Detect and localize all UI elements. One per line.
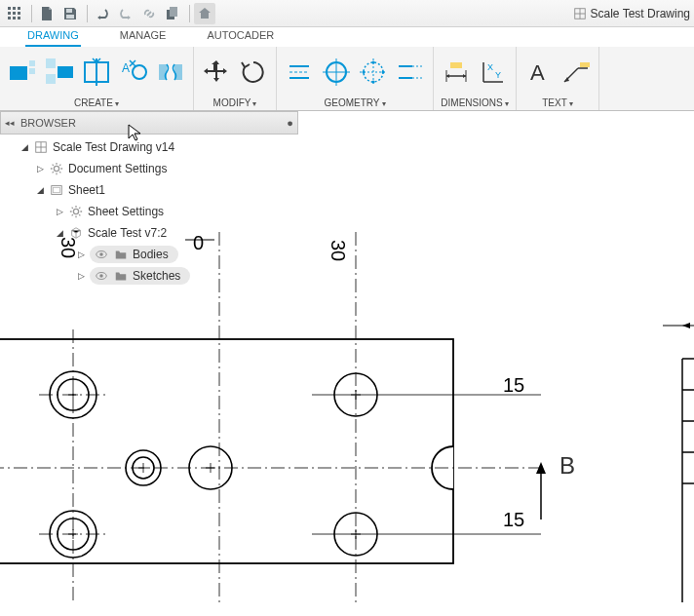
rotate-button[interactable]	[237, 56, 270, 89]
save-icon[interactable]	[59, 3, 81, 24]
svg-rect-7	[13, 17, 16, 19]
copy-icon[interactable]	[162, 3, 183, 24]
window-title: Scale Test Drawing	[573, 7, 691, 20]
chevron-right-icon[interactable]: ▷	[35, 164, 45, 173]
edge-extension-button[interactable]	[394, 56, 427, 89]
eye-icon[interactable]	[94, 268, 109, 284]
svg-rect-9	[66, 9, 72, 13]
tree-sheet[interactable]: ◢ Sheet1	[0, 179, 298, 201]
link-icon[interactable]	[138, 3, 160, 24]
leader-button[interactable]	[559, 56, 593, 89]
tree-doc-settings[interactable]: ▷ Document Settings	[0, 158, 298, 179]
svg-point-106	[99, 274, 103, 278]
move-button[interactable]	[200, 56, 233, 89]
panel-dimensions-label[interactable]: DIMENSIONS	[440, 96, 510, 110]
svg-point-66	[50, 511, 96, 558]
tab-drawing[interactable]: DRAWING	[25, 27, 81, 47]
svg-rect-4	[13, 12, 16, 15]
svg-rect-5	[18, 12, 20, 15]
gear-icon	[68, 204, 84, 219]
chevron-right-icon[interactable]: ▷	[76, 250, 86, 259]
center-mark-button[interactable]	[320, 56, 353, 89]
svg-rect-56	[580, 62, 590, 67]
panel-modify-label[interactable]: MODIFY	[200, 96, 270, 110]
text-button[interactable]: A	[522, 56, 556, 89]
tree-doc-settings-label: Document Settings	[68, 162, 167, 175]
panel-create-label[interactable]: CREATE	[6, 96, 187, 110]
dimension-top-right: 30	[327, 240, 349, 261]
ribbon-tabs: DRAWING MANAGE AUTOCADER	[0, 27, 694, 47]
svg-rect-19	[46, 58, 56, 68]
svg-rect-0	[8, 7, 11, 10]
folder-icon	[113, 247, 129, 262]
dimension-button[interactable]	[440, 56, 473, 89]
tab-manage[interactable]: MANAGE	[118, 27, 169, 47]
tree-root[interactable]: ◢ Scale Test Drawing v14	[0, 136, 298, 158]
ordinate-dimension-button[interactable]: XY	[477, 56, 510, 89]
folder-icon	[113, 268, 129, 284]
panel-geometry: GEOMETRY	[277, 47, 434, 110]
svg-rect-57	[0, 339, 453, 563]
break-view-button[interactable]	[154, 56, 187, 89]
svg-rect-20	[46, 74, 56, 84]
eye-icon[interactable]	[94, 247, 109, 262]
svg-rect-17	[29, 60, 35, 66]
base-view-button[interactable]	[6, 56, 39, 89]
svg-point-72	[334, 373, 377, 416]
tree-sheet-settings[interactable]: ▷ Sheet Settings	[0, 201, 298, 222]
home-icon[interactable]	[194, 3, 215, 24]
tab-autocader[interactable]: AUTOCADER	[205, 27, 276, 47]
drawing-doc-icon	[33, 139, 49, 155]
chevron-down-icon[interactable]: ◢	[35, 185, 45, 195]
chevron-down-icon[interactable]: ◢	[19, 142, 29, 152]
svg-rect-101	[54, 187, 60, 192]
svg-text:Y: Y	[495, 70, 501, 80]
collapse-icon[interactable]: ◂◂	[5, 118, 15, 128]
redo-icon[interactable]	[115, 3, 136, 24]
undo-icon[interactable]	[92, 3, 113, 24]
svg-point-99	[54, 166, 58, 171]
section-view-button[interactable]	[80, 56, 113, 89]
tree-component-label: Scale Test v7:2	[88, 226, 167, 240]
svg-rect-48	[450, 62, 462, 68]
panel-dimensions: XY DIMENSIONS	[434, 47, 517, 110]
svg-rect-2	[18, 7, 20, 10]
center-pattern-button[interactable]	[357, 56, 390, 89]
pin-icon[interactable]: ●	[287, 117, 293, 129]
svg-rect-10	[66, 15, 74, 19]
svg-rect-21	[58, 66, 73, 78]
apps-icon[interactable]	[4, 3, 25, 24]
sheet-icon	[49, 182, 64, 198]
dimension-r1: 15	[503, 374, 524, 397]
projected-view-button[interactable]	[43, 56, 76, 89]
tree-sketches[interactable]: ▷ Sketches	[0, 265, 298, 287]
tree-sketches-label: Sketches	[133, 269, 180, 283]
svg-point-70	[133, 457, 154, 479]
detail-view-button[interactable]: A	[117, 56, 150, 89]
browser-panel: ◂◂ BROWSER ● ◢ Scale Test Drawing v14 ▷ …	[0, 111, 298, 289]
gear-icon	[49, 161, 64, 176]
svg-text:X: X	[487, 62, 493, 72]
panel-text: A TEXT	[517, 47, 599, 110]
chevron-down-icon[interactable]: ◢	[55, 228, 64, 238]
svg-point-74	[334, 513, 377, 556]
tree-bodies[interactable]: ▷ Bodies	[0, 244, 298, 265]
tree-root-label: Scale Test Drawing v14	[53, 140, 174, 154]
svg-point-67	[58, 519, 89, 550]
panel-modify: MODIFY	[194, 47, 277, 110]
svg-rect-16	[10, 66, 27, 80]
tree-component[interactable]: ◢ Scale Test v7:2	[0, 222, 298, 244]
browser-header[interactable]: ◂◂ BROWSER ●	[0, 111, 298, 135]
centerline-button[interactable]	[283, 56, 316, 89]
svg-point-64	[58, 379, 89, 410]
svg-rect-3	[8, 12, 11, 15]
new-file-icon[interactable]	[36, 3, 58, 24]
panel-text-label[interactable]: TEXT	[522, 96, 593, 110]
tree-sheet-label: Sheet1	[68, 183, 105, 197]
chevron-right-icon[interactable]: ▷	[55, 207, 64, 216]
chevron-right-icon[interactable]: ▷	[76, 271, 86, 281]
panel-geometry-label[interactable]: GEOMETRY	[283, 96, 427, 110]
svg-point-25	[133, 65, 146, 79]
svg-text:A: A	[122, 61, 130, 75]
quick-access-toolbar: Scale Test Drawing	[0, 0, 694, 27]
